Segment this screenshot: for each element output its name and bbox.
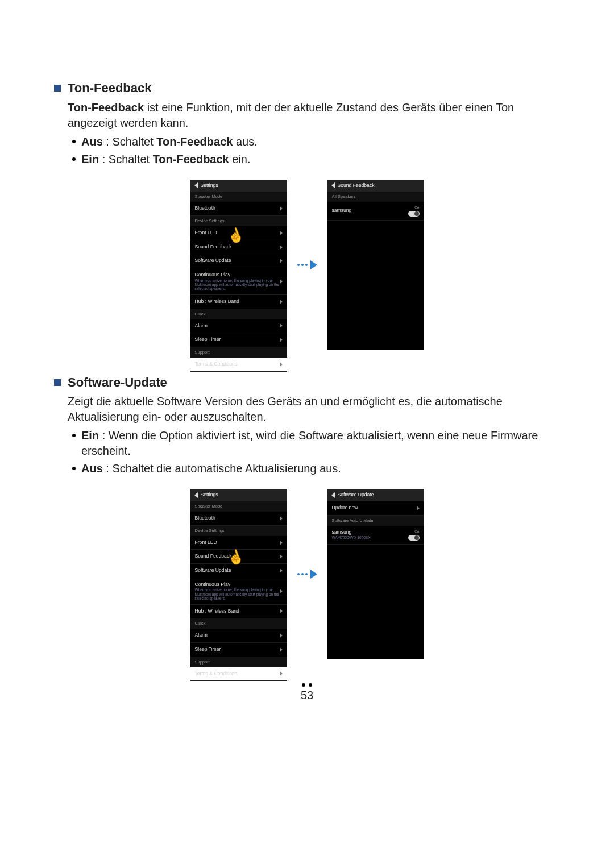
bullet-dot-icon xyxy=(72,157,76,161)
screenshot-settings-2: Settings Speaker Mode Bluetooth Device S… xyxy=(190,489,287,659)
list-item-alarm[interactable]: Alarm xyxy=(190,319,287,334)
chevron-right-icon xyxy=(280,231,283,235)
lead-bold: Ton-Feedback xyxy=(68,101,144,114)
section-label: All Speakers xyxy=(327,192,424,202)
back-chevron-icon[interactable] xyxy=(194,182,198,188)
chevron-right-icon xyxy=(280,647,283,652)
back-chevron-icon[interactable] xyxy=(194,492,198,498)
chevron-right-icon xyxy=(280,609,283,613)
list-item-bluetooth[interactable]: Bluetooth xyxy=(190,202,287,216)
screenshot-settings: Settings Speaker Mode Bluetooth Device S… xyxy=(190,180,287,350)
chevron-right-icon xyxy=(280,338,283,342)
page-number: 53 xyxy=(54,688,560,703)
titlebar: Software Update xyxy=(327,489,424,501)
chevron-right-icon xyxy=(280,554,283,559)
section-label: Clock xyxy=(190,618,287,629)
section-label: Support xyxy=(190,657,287,667)
bullet-dot-icon xyxy=(72,467,76,470)
chevron-right-icon xyxy=(280,279,283,284)
section-desc: Zeigt die aktuelle Software Version des … xyxy=(68,395,503,423)
bullet-item: Ein : Schaltet Ton-Feedback ein. xyxy=(72,152,560,167)
square-bullet-icon xyxy=(54,379,61,386)
section-label: Clock xyxy=(190,309,287,319)
chevron-right-icon xyxy=(280,541,283,545)
titlebar-text: Settings xyxy=(201,492,218,499)
chevron-right-icon xyxy=(280,362,283,367)
chevron-right-icon xyxy=(280,323,283,328)
list-item-software-update[interactable]: Software Update xyxy=(190,254,287,268)
section-label: Speaker Mode xyxy=(190,192,287,202)
titlebar: Settings xyxy=(190,180,287,192)
chevron-right-icon xyxy=(417,506,420,510)
section-label: Device Settings xyxy=(190,216,287,226)
list-item-front-led[interactable]: Front LED xyxy=(190,536,287,550)
section-label: Device Settings xyxy=(190,526,287,536)
titlebar-text: Software Update xyxy=(338,492,374,499)
list-item-terms[interactable]: Terms & Conditions xyxy=(190,667,287,682)
page-dots xyxy=(54,683,560,687)
bullet-dot-icon xyxy=(72,434,76,437)
bullet-dot-icon xyxy=(72,140,76,143)
list-item-sound-feedback[interactable]: Sound Feedback xyxy=(190,240,287,255)
square-bullet-icon xyxy=(54,85,61,92)
section-body: Zeigt die aktuelle Software Version des … xyxy=(68,394,560,425)
screenshot-row-2: Settings Speaker Mode Bluetooth Device S… xyxy=(54,489,560,659)
list-item-bluetooth[interactable]: Bluetooth xyxy=(190,512,287,526)
titlebar-text: Sound Feedback xyxy=(338,182,375,189)
list-item-sleep-timer[interactable]: Sleep Timer xyxy=(190,333,287,347)
back-chevron-icon[interactable] xyxy=(331,182,335,188)
chevron-right-icon xyxy=(280,245,283,250)
toggle-on[interactable]: On xyxy=(408,205,420,216)
chevron-right-icon xyxy=(280,633,283,638)
list-item-hub[interactable]: Hub : Wireless Band xyxy=(190,605,287,619)
list-item-sleep-timer[interactable]: Sleep Timer xyxy=(190,643,287,657)
list-item-auto-update-speaker[interactable]: samsung WAM7500/WD-1000EX On xyxy=(327,526,424,545)
bullet-list: Ein : Wenn die Option aktiviert ist, wir… xyxy=(72,428,560,476)
list-item-software-update[interactable]: Software Update xyxy=(190,564,287,578)
back-chevron-icon[interactable] xyxy=(331,492,335,498)
list-item-terms[interactable]: Terms & Conditions xyxy=(190,358,287,372)
chevron-right-icon xyxy=(280,589,283,593)
list-item-sound-feedback[interactable]: Sound Feedback xyxy=(190,550,287,564)
screenshot-software-update: Software Update Update now Software Auto… xyxy=(327,489,424,659)
bullet-item: Aus : Schaltet die automatische Aktualis… xyxy=(72,461,560,476)
list-item-front-led[interactable]: Front LED xyxy=(190,226,287,240)
chevron-right-icon xyxy=(280,259,283,263)
chevron-right-icon xyxy=(280,568,283,573)
section-label: Support xyxy=(190,347,287,358)
chevron-right-icon xyxy=(280,206,283,211)
list-item-speaker[interactable]: samsung On xyxy=(327,202,424,220)
list-item-hub[interactable]: Hub : Wireless Band xyxy=(190,295,287,309)
section-heading-software-update: Software-Update xyxy=(54,374,560,391)
section-label: Speaker Mode xyxy=(190,501,287,512)
bullet-list: Aus : Schaltet Ton-Feedback aus. Ein : S… xyxy=(72,134,560,167)
section-label: Software Auto Update xyxy=(327,516,424,526)
list-item-continuous-play[interactable]: Continuous PlayWhen you arrive home, the… xyxy=(190,578,287,605)
chevron-right-icon xyxy=(280,671,283,676)
section-body: Ton-Feedback ist eine Funktion, mit der … xyxy=(68,100,560,131)
arrow-transition-icon xyxy=(297,570,317,579)
screenshot-row-1: Settings Speaker Mode Bluetooth Device S… xyxy=(54,180,560,350)
toggle-on[interactable]: On xyxy=(408,529,420,540)
titlebar: Sound Feedback xyxy=(327,180,424,192)
heading-text: Software-Update xyxy=(68,374,167,391)
titlebar-text: Settings xyxy=(201,182,218,189)
chevron-right-icon xyxy=(280,300,283,304)
list-item-update-now[interactable]: Update now xyxy=(327,501,424,516)
list-item-alarm[interactable]: Alarm xyxy=(190,629,287,643)
bullet-item: Ein : Wenn die Option aktiviert ist, wir… xyxy=(72,428,560,459)
chevron-right-icon xyxy=(280,516,283,521)
screenshot-sound-feedback: Sound Feedback All Speakers samsung On xyxy=(327,180,424,350)
arrow-transition-icon xyxy=(297,260,317,269)
list-item-continuous-play[interactable]: Continuous PlayWhen you arrive home, the… xyxy=(190,268,287,295)
heading-text: Ton-Feedback xyxy=(68,80,152,97)
titlebar: Settings xyxy=(190,489,287,501)
bullet-item: Aus : Schaltet Ton-Feedback aus. xyxy=(72,134,560,149)
section-heading-ton-feedback: Ton-Feedback xyxy=(54,80,560,97)
